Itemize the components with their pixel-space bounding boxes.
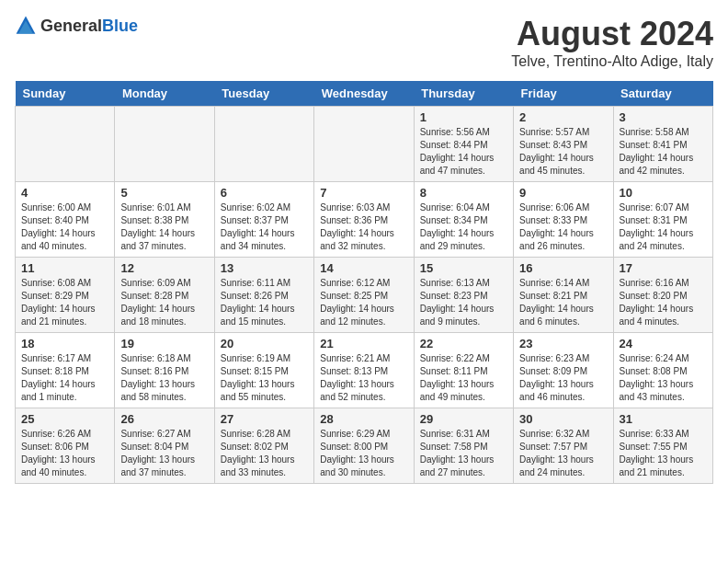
calendar-cell: 25Sunrise: 6:26 AM Sunset: 8:06 PM Dayli… [16, 408, 115, 484]
calendar-cell: 18Sunrise: 6:17 AM Sunset: 8:18 PM Dayli… [16, 333, 115, 408]
day-number: 31 [620, 412, 707, 426]
day-info: Sunrise: 6:04 AM Sunset: 8:34 PM Dayligh… [420, 201, 507, 253]
week-row-2: 11Sunrise: 6:08 AM Sunset: 8:29 PM Dayli… [16, 258, 713, 333]
day-number: 14 [320, 261, 407, 275]
day-number: 30 [519, 412, 607, 426]
day-number: 19 [120, 337, 208, 350]
day-info: Sunrise: 6:01 AM Sunset: 8:38 PM Dayligh… [120, 201, 208, 253]
day-info: Sunrise: 6:00 AM Sunset: 8:40 PM Dayligh… [21, 201, 108, 253]
day-info: Sunrise: 6:31 AM Sunset: 7:58 PM Dayligh… [420, 428, 507, 479]
day-info: Sunrise: 6:09 AM Sunset: 8:28 PM Dayligh… [120, 277, 208, 328]
header: GeneralBlue August 2024 Telve, Trentino-… [15, 15, 713, 70]
day-info: Sunrise: 6:03 AM Sunset: 8:36 PM Dayligh… [320, 201, 407, 253]
calendar-cell: 29Sunrise: 6:31 AM Sunset: 7:58 PM Dayli… [414, 408, 513, 484]
day-number: 16 [519, 261, 607, 275]
day-info: Sunrise: 6:29 AM Sunset: 8:00 PM Dayligh… [320, 428, 407, 479]
day-number: 1 [420, 110, 507, 124]
day-number: 27 [221, 412, 308, 426]
day-number: 2 [519, 110, 607, 124]
calendar-table: SundayMondayTuesdayWednesdayThursdayFrid… [15, 81, 713, 484]
day-info: Sunrise: 6:23 AM Sunset: 8:09 PM Dayligh… [519, 352, 607, 404]
day-info: Sunrise: 6:14 AM Sunset: 8:21 PM Dayligh… [519, 277, 607, 328]
month-title: August 2024 [511, 15, 713, 53]
week-row-4: 25Sunrise: 6:26 AM Sunset: 8:06 PM Dayli… [16, 408, 713, 484]
calendar-header: SundayMondayTuesdayWednesdayThursdayFrid… [16, 81, 713, 107]
calendar-cell: 5Sunrise: 6:01 AM Sunset: 8:38 PM Daylig… [115, 182, 214, 258]
day-number: 10 [620, 186, 707, 200]
logo-blue: Blue [102, 17, 138, 35]
calendar-cell: 11Sunrise: 6:08 AM Sunset: 8:29 PM Dayli… [16, 258, 115, 333]
day-info: Sunrise: 5:56 AM Sunset: 8:44 PM Dayligh… [420, 126, 507, 178]
day-number: 26 [120, 412, 208, 426]
day-number: 13 [221, 261, 308, 275]
day-info: Sunrise: 6:06 AM Sunset: 8:33 PM Dayligh… [519, 201, 607, 253]
logo-icon [15, 15, 37, 37]
day-number: 8 [420, 186, 507, 200]
calendar-cell: 14Sunrise: 6:12 AM Sunset: 8:25 PM Dayli… [314, 258, 414, 333]
calendar-cell: 10Sunrise: 6:07 AM Sunset: 8:31 PM Dayli… [613, 182, 712, 258]
header-day-wednesday: Wednesday [314, 81, 414, 107]
calendar-cell: 27Sunrise: 6:28 AM Sunset: 8:02 PM Dayli… [214, 408, 313, 484]
day-number: 12 [120, 261, 208, 275]
calendar-cell [314, 107, 414, 182]
day-info: Sunrise: 6:07 AM Sunset: 8:31 PM Dayligh… [620, 201, 707, 253]
day-info: Sunrise: 6:16 AM Sunset: 8:20 PM Dayligh… [620, 277, 707, 328]
calendar-cell: 2Sunrise: 5:57 AM Sunset: 8:43 PM Daylig… [514, 107, 613, 182]
day-info: Sunrise: 6:22 AM Sunset: 8:11 PM Dayligh… [420, 352, 507, 404]
calendar-cell: 21Sunrise: 6:21 AM Sunset: 8:13 PM Dayli… [314, 333, 414, 408]
header-day-friday: Friday [514, 81, 613, 107]
day-info: Sunrise: 6:13 AM Sunset: 8:23 PM Dayligh… [420, 277, 507, 328]
day-info: Sunrise: 6:24 AM Sunset: 8:08 PM Dayligh… [620, 352, 707, 404]
header-day-monday: Monday [115, 81, 214, 107]
calendar-cell: 6Sunrise: 6:02 AM Sunset: 8:37 PM Daylig… [214, 182, 313, 258]
day-number: 28 [320, 412, 407, 426]
calendar-cell: 7Sunrise: 6:03 AM Sunset: 8:36 PM Daylig… [314, 182, 414, 258]
calendar-cell: 4Sunrise: 6:00 AM Sunset: 8:40 PM Daylig… [16, 182, 115, 258]
header-day-thursday: Thursday [414, 81, 513, 107]
calendar-cell: 9Sunrise: 6:06 AM Sunset: 8:33 PM Daylig… [514, 182, 613, 258]
day-number: 24 [620, 337, 707, 350]
calendar-cell: 20Sunrise: 6:19 AM Sunset: 8:15 PM Dayli… [214, 333, 313, 408]
day-info: Sunrise: 6:26 AM Sunset: 8:06 PM Dayligh… [21, 428, 108, 479]
calendar-cell [214, 107, 313, 182]
day-number: 9 [519, 186, 607, 200]
header-day-tuesday: Tuesday [214, 81, 313, 107]
day-info: Sunrise: 6:12 AM Sunset: 8:25 PM Dayligh… [320, 277, 407, 328]
day-info: Sunrise: 6:18 AM Sunset: 8:16 PM Dayligh… [120, 352, 208, 404]
day-info: Sunrise: 6:17 AM Sunset: 8:18 PM Dayligh… [21, 352, 108, 404]
calendar-body: 1Sunrise: 5:56 AM Sunset: 8:44 PM Daylig… [16, 107, 713, 484]
day-number: 6 [221, 186, 308, 200]
day-number: 3 [620, 110, 707, 124]
calendar-cell: 28Sunrise: 6:29 AM Sunset: 8:00 PM Dayli… [314, 408, 414, 484]
day-info: Sunrise: 5:58 AM Sunset: 8:41 PM Dayligh… [620, 126, 707, 178]
calendar-cell: 19Sunrise: 6:18 AM Sunset: 8:16 PM Dayli… [115, 333, 214, 408]
day-info: Sunrise: 6:33 AM Sunset: 7:55 PM Dayligh… [620, 428, 707, 479]
day-number: 18 [21, 337, 108, 350]
day-number: 17 [620, 261, 707, 275]
calendar-cell: 8Sunrise: 6:04 AM Sunset: 8:34 PM Daylig… [414, 182, 513, 258]
calendar-cell: 23Sunrise: 6:23 AM Sunset: 8:09 PM Dayli… [514, 333, 613, 408]
calendar-cell: 17Sunrise: 6:16 AM Sunset: 8:20 PM Dayli… [613, 258, 712, 333]
calendar-cell: 22Sunrise: 6:22 AM Sunset: 8:11 PM Dayli… [414, 333, 513, 408]
day-number: 7 [320, 186, 407, 200]
calendar-cell: 15Sunrise: 6:13 AM Sunset: 8:23 PM Dayli… [414, 258, 513, 333]
day-number: 5 [120, 186, 208, 200]
calendar-cell [115, 107, 214, 182]
header-day-saturday: Saturday [613, 81, 712, 107]
day-number: 22 [420, 337, 507, 350]
day-number: 4 [21, 186, 108, 200]
week-row-1: 4Sunrise: 6:00 AM Sunset: 8:40 PM Daylig… [16, 182, 713, 258]
day-info: Sunrise: 6:32 AM Sunset: 7:57 PM Dayligh… [519, 428, 607, 479]
day-number: 21 [320, 337, 407, 350]
day-number: 25 [21, 412, 108, 426]
week-row-0: 1Sunrise: 5:56 AM Sunset: 8:44 PM Daylig… [16, 107, 713, 182]
day-info: Sunrise: 6:08 AM Sunset: 8:29 PM Dayligh… [21, 277, 108, 328]
day-number: 15 [420, 261, 507, 275]
week-row-3: 18Sunrise: 6:17 AM Sunset: 8:18 PM Dayli… [16, 333, 713, 408]
day-number: 20 [221, 337, 308, 350]
calendar-cell: 31Sunrise: 6:33 AM Sunset: 7:55 PM Dayli… [613, 408, 712, 484]
calendar-cell: 3Sunrise: 5:58 AM Sunset: 8:41 PM Daylig… [613, 107, 712, 182]
calendar-cell: 16Sunrise: 6:14 AM Sunset: 8:21 PM Dayli… [514, 258, 613, 333]
calendar-cell: 26Sunrise: 6:27 AM Sunset: 8:04 PM Dayli… [115, 408, 214, 484]
title-area: August 2024 Telve, Trentino-Alto Adige, … [511, 15, 713, 70]
